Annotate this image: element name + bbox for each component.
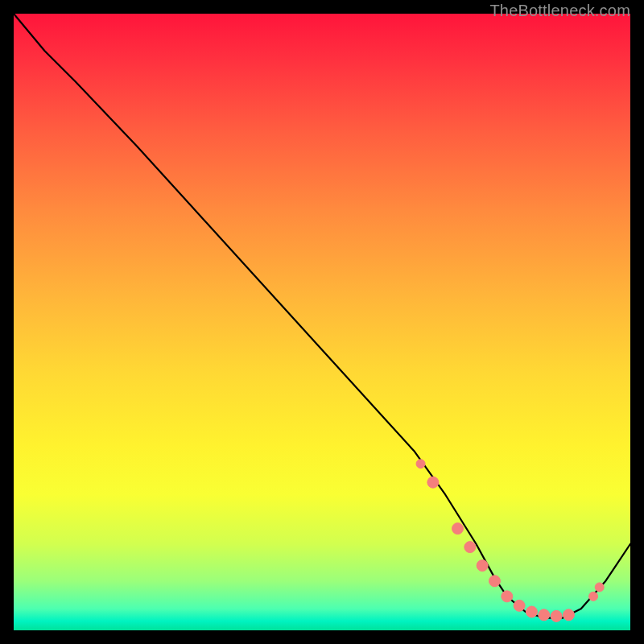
curve-marker (589, 592, 598, 601)
curve-marker (502, 591, 513, 602)
chart-area (14, 14, 630, 630)
curve-marker (526, 606, 537, 617)
curve-marker (595, 583, 604, 592)
curve-marker (514, 600, 525, 611)
curve-marker (563, 609, 574, 621)
curve-marker (489, 576, 500, 587)
chart-svg (14, 14, 630, 630)
curve-marker (464, 542, 476, 553)
curve-marker (416, 460, 425, 469)
curve-line (14, 14, 630, 618)
curve-marker (452, 523, 464, 535)
curve-marker (551, 610, 562, 621)
curve-marker (427, 477, 439, 488)
chart-frame: TheBottleneck.com (14, 14, 630, 630)
curve-markers (416, 460, 604, 622)
watermark-text: TheBottleneck.com (489, 2, 630, 20)
curve-marker (539, 609, 550, 621)
curve-marker (477, 560, 488, 572)
